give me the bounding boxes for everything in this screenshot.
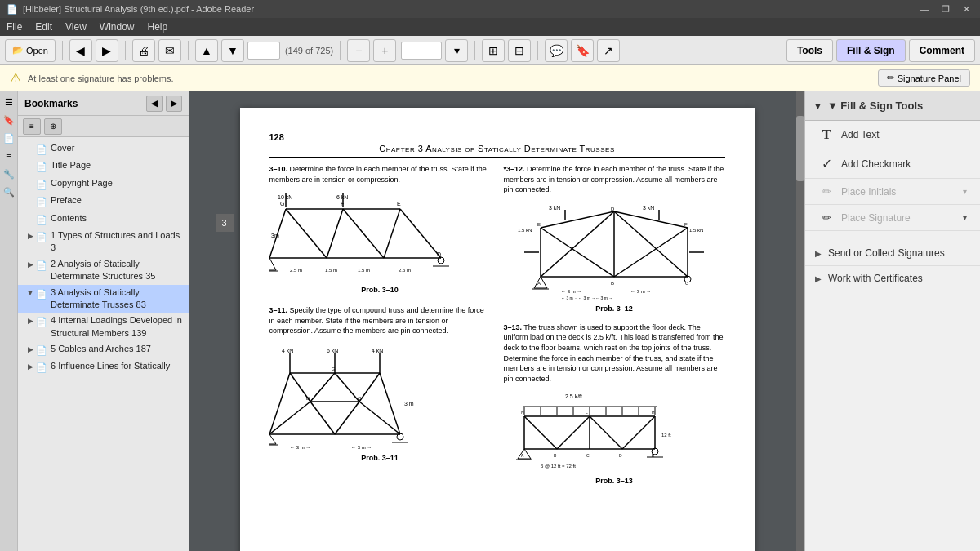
- minimize-button[interactable]: —: [916, 4, 932, 15]
- bookmark-ch5[interactable]: ▶ 📄 5 Cables and Arches 187: [18, 341, 189, 358]
- bookmark-ch6[interactable]: ▶ 📄 6 Influence Lines for Statically: [18, 358, 189, 375]
- notification-bar: ⚠ At least one signature has problems. ✏…: [0, 65, 980, 91]
- separator-5: [474, 41, 475, 60]
- svg-line-82: [622, 416, 655, 449]
- dim-1.5m: 1.5 m: [325, 268, 337, 273]
- comment-tab-button[interactable]: Comment: [909, 39, 975, 62]
- open-button[interactable]: 📂 Open: [5, 39, 56, 62]
- forward-button[interactable]: ▶: [96, 39, 118, 62]
- menu-file[interactable]: File: [7, 21, 22, 33]
- menu-window[interactable]: Window: [100, 21, 135, 33]
- open-label: Open: [26, 46, 48, 56]
- bookmarks-nav-next[interactable]: ▶: [166, 96, 182, 112]
- panel-spacer: [805, 231, 980, 241]
- menu-help[interactable]: Help: [148, 21, 168, 33]
- send-collect-arrow: ▶: [815, 249, 822, 258]
- bookmark-copyright[interactable]: 📄 Copyright Page: [18, 176, 189, 193]
- svg-line-50: [541, 211, 614, 277]
- panel-toggle-icon[interactable]: ▼: [813, 101, 822, 111]
- signature-icon-panel: ✏: [818, 211, 835, 224]
- maximize-button[interactable]: ❐: [938, 4, 953, 15]
- layers-icon[interactable]: ≡: [2, 149, 16, 163]
- sidebar-toggle-icon[interactable]: ☰: [2, 95, 16, 109]
- dim-6at12: 6 @ 12 ft = 72 ft: [541, 464, 576, 469]
- separator-6: [537, 41, 538, 60]
- bookmark-contents[interactable]: 📄 Contents: [18, 211, 189, 228]
- signature-panel-button[interactable]: ✏ Signature Panel: [878, 69, 970, 87]
- prev-page-button[interactable]: ▲: [195, 39, 218, 62]
- zoom-out-button[interactable]: −: [347, 39, 370, 62]
- bookmark-cover[interactable]: 📄 Cover: [18, 140, 189, 158]
- bookmarks-expand-button[interactable]: ⊕: [44, 118, 62, 135]
- svg-line-28: [270, 402, 310, 434]
- fit-width-button[interactable]: ⊟: [508, 39, 531, 62]
- bookmark-ch3-label: 3 Analysis of Statically Determinate Tru…: [51, 287, 185, 312]
- node-D-11: D: [306, 396, 310, 401]
- caption-3-10: Prob. 3–10: [361, 286, 399, 294]
- signature-icon: ✏: [887, 73, 894, 83]
- page-marker-label: 3: [221, 218, 226, 228]
- node-B-13: B: [554, 453, 557, 458]
- svg-line-3: [400, 209, 441, 258]
- left-sidebar: Bookmarks ◀ ▶ ≡ ⊕ 📄 Cover 📄 T: [18, 91, 189, 551]
- bookmark-ch4[interactable]: ▶ 📄 4 Internal Loadings Developed in Str…: [18, 313, 189, 341]
- dim-3m-12-2: ← 3 m →: [630, 289, 651, 294]
- pdf-scrollbar-thumb[interactable]: [796, 116, 804, 181]
- send-collect-button[interactable]: ▶ Send or Collect Signatures: [805, 241, 980, 266]
- bookmark-title-label: Title Page: [51, 159, 185, 171]
- zoom-dropdown-button[interactable]: ▾: [445, 39, 468, 62]
- menu-edit[interactable]: Edit: [35, 21, 52, 33]
- expand-icon-ch4: ▶: [24, 316, 36, 327]
- node-H: H: [652, 410, 655, 415]
- bookmarks-nav-prev[interactable]: ◀: [146, 96, 163, 112]
- print-button[interactable]: 🖨: [132, 39, 155, 62]
- place-initials-button[interactable]: ✏ Place Initials ▾: [805, 179, 980, 205]
- work-certs-button[interactable]: ▶ Work with Certificates: [805, 266, 980, 291]
- load-4kN-right: 4 kN: [372, 348, 383, 353]
- page-total-label: (149 of 725): [285, 46, 333, 56]
- page-number-input[interactable]: 128: [247, 42, 280, 60]
- fill-sign-button[interactable]: Fill & Sign: [836, 39, 906, 62]
- search-strip-icon[interactable]: 🔍: [2, 184, 16, 199]
- bookmark-title-page[interactable]: 📄 Title Page: [18, 158, 189, 175]
- bookmark-ch2[interactable]: ▶ 📄 2 Analysis of Statically Determinate…: [18, 256, 189, 285]
- figure-3-13: 2.5 k/ft: [504, 392, 725, 485]
- right-panel: ▼ ▼ Fill & Sign Tools T Add Text ✓ Add C…: [804, 91, 980, 551]
- bookmark-ch1[interactable]: ▶ 📄 1 Types of Structures and Loads 3: [18, 228, 189, 256]
- svg-line-35: [310, 373, 335, 402]
- text-icon: T: [818, 127, 835, 142]
- bookmarks-icon[interactable]: 🔖: [2, 113, 16, 127]
- next-page-button[interactable]: ▼: [221, 39, 244, 62]
- zoom-input[interactable]: 62.4%: [401, 42, 442, 60]
- svg-line-81: [590, 416, 622, 449]
- dim-3m-b2: ← 3 m →: [351, 445, 372, 450]
- load-label-10kN: 10 kN: [278, 194, 292, 200]
- pdf-scrollbar[interactable]: [796, 91, 804, 551]
- add-text-button[interactable]: T Add Text: [805, 121, 980, 149]
- window-title: [Hibbeler] Structural Analysis (9th ed.)…: [23, 4, 254, 14]
- fit-page-button[interactable]: ⊞: [482, 39, 505, 62]
- stamp-button[interactable]: 🔖: [571, 39, 594, 62]
- bookmark-ch3[interactable]: ▼ 📄 3 Analysis of Statically Determinate…: [18, 285, 189, 313]
- tools-strip-icon[interactable]: 🔧: [2, 167, 16, 181]
- pages-icon[interactable]: 📄: [2, 131, 16, 145]
- bookmarks-sort-button[interactable]: ≡: [23, 118, 41, 135]
- node-C-12: C: [685, 281, 689, 286]
- email-button[interactable]: ✉: [158, 39, 181, 62]
- svg-line-10: [343, 209, 384, 258]
- svg-line-80: [557, 416, 590, 449]
- bookmark-ch2-label: 2 Analysis of Statically Determinate Str…: [51, 258, 185, 283]
- initials-dropdown-icon: ▾: [963, 187, 967, 196]
- bookmark-preface[interactable]: 📄 Preface: [18, 193, 189, 210]
- share-button[interactable]: ↗: [597, 39, 620, 62]
- close-button[interactable]: ✕: [960, 4, 973, 15]
- zoom-in-button[interactable]: +: [373, 39, 396, 62]
- tools-button[interactable]: Tools: [786, 39, 833, 62]
- title-bar-controls[interactable]: — ❐ ✕: [916, 4, 973, 15]
- comment-button[interactable]: 💬: [545, 39, 568, 62]
- place-signature-button[interactable]: ✏ Place Signature ▾: [805, 205, 980, 231]
- main-area: ☰ 🔖 📄 ≡ 🔧 🔍 Bookmarks ◀ ▶ ≡ ⊕ 📄: [0, 91, 980, 551]
- add-checkmark-button[interactable]: ✓ Add Checkmark: [805, 149, 980, 179]
- menu-view[interactable]: View: [65, 21, 87, 33]
- back-button[interactable]: ◀: [69, 39, 92, 62]
